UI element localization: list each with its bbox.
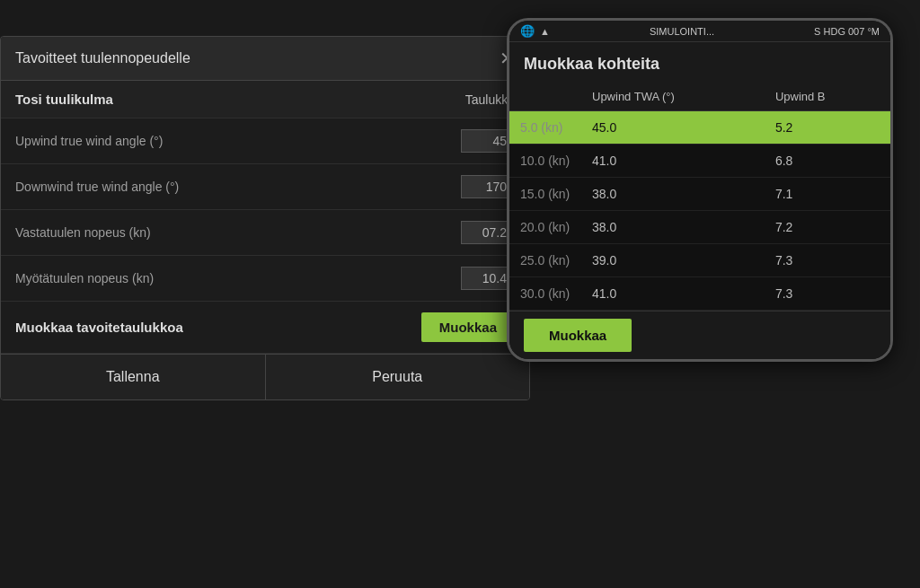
cell-b: 7.2 [765, 211, 890, 244]
cell-wind-speed: 15.0 (kn) [509, 178, 581, 211]
edit-table-button[interactable]: Muokkaa [421, 312, 515, 342]
table-row[interactable]: 25.0 (kn)39.07.3 [509, 244, 890, 277]
device-edit-button[interactable]: Muokkaa [524, 319, 632, 352]
device-panel-title: Muokkaa kohteita [509, 42, 890, 83]
table-row[interactable]: 20.0 (kn)38.07.2 [509, 211, 890, 244]
main-dialog-title: Tavoitteet tuulennopeudelle [15, 50, 190, 66]
myotatuulen-label: Myötätuulen nopeus (kn) [15, 271, 154, 285]
save-button[interactable]: Tallenna [1, 355, 266, 399]
cell-wind-speed: 5.0 (kn) [509, 111, 581, 145]
cell-twa: 45.0 [581, 111, 765, 145]
status-bar-left: 🌐 ▲ [520, 24, 550, 38]
main-dialog-header: Tavoitteet tuulennopeudelle ✕ [1, 37, 529, 81]
col-b-header: Upwind B [765, 83, 890, 111]
table-row[interactable]: 30.0 (kn)41.07.3 [509, 277, 890, 311]
cancel-button[interactable]: Peruuta [266, 355, 530, 399]
table-row[interactable]: 5.0 (kn)45.05.2 [509, 111, 890, 145]
edit-table-label: Muokkaa tavoitetaulukkoa [15, 320, 183, 335]
dialog-content: Tosi tuulikulma Taulukko Upwind true win… [1, 81, 529, 354]
downwind-twa-label: Downwind true wind angle (°) [15, 180, 179, 194]
cell-wind-speed: 25.0 (kn) [509, 244, 581, 277]
cell-twa: 38.0 [581, 178, 765, 211]
cell-wind-speed: 20.0 (kn) [509, 211, 581, 244]
tosi-tuulikulma-row: Tosi tuulikulma Taulukko [1, 81, 529, 118]
edit-table-row: Muokkaa tavoitetaulukkoa Muokkaa [1, 302, 529, 354]
cell-b: 7.1 [765, 178, 890, 211]
cell-twa: 41.0 [581, 145, 765, 178]
dialog-footer: Tallenna Peruuta [1, 354, 529, 399]
cell-wind-speed: 30.0 (kn) [509, 277, 581, 311]
device-footer: Muokkaa [509, 311, 890, 359]
col-windspeed-header [509, 83, 581, 111]
myotatuulen-row: Myötätuulen nopeus (kn) 10.4 [1, 256, 529, 302]
cell-twa: 39.0 [581, 244, 765, 277]
device-panel: 🌐 ▲ SIMULOINTI... S HDG 007 °M Muokkaa k… [507, 18, 893, 362]
cell-b: 5.2 [765, 111, 890, 145]
data-table: Upwind TWA (°) Upwind B 5.0 (kn)45.05.21… [509, 83, 890, 311]
cell-twa: 41.0 [581, 277, 765, 311]
device-content: Muokkaa kohteita Upwind TWA (°) Upwind B… [509, 42, 890, 311]
vastatuulen-row: Vastatuulen nopeus (kn) 07.2 [1, 210, 529, 256]
main-dialog: Tavoitteet tuulennopeudelle ✕ Tosi tuuli… [0, 36, 530, 400]
upwind-twa-row: Upwind true wind angle (°) 45 [1, 118, 529, 164]
tosi-tuulikulma-label: Tosi tuulikulma [15, 92, 113, 107]
cell-b: 6.8 [765, 145, 890, 178]
status-bar: 🌐 ▲ SIMULOINTI... S HDG 007 °M [509, 21, 890, 42]
table-body: 5.0 (kn)45.05.210.0 (kn)41.06.815.0 (kn)… [509, 111, 890, 311]
cell-wind-speed: 10.0 (kn) [509, 145, 581, 178]
downwind-twa-row: Downwind true wind angle (°) 170 [1, 164, 529, 210]
cell-b: 7.3 [765, 277, 890, 311]
table-row[interactable]: 15.0 (kn)38.07.1 [509, 178, 890, 211]
vastatuulen-label: Vastatuulen nopeus (kn) [15, 225, 151, 240]
table-header-row: Upwind TWA (°) Upwind B [509, 83, 890, 111]
col-twa-header: Upwind TWA (°) [581, 83, 765, 111]
status-bar-center: SIMULOINTI... [650, 26, 714, 37]
status-indicator: ▲ [540, 26, 550, 37]
cell-twa: 38.0 [581, 211, 765, 244]
cell-b: 7.3 [765, 244, 890, 277]
globe-icon: 🌐 [520, 24, 535, 38]
table-row[interactable]: 10.0 (kn)41.06.8 [509, 145, 890, 178]
upwind-twa-label: Upwind true wind angle (°) [15, 134, 163, 148]
status-bar-right: S HDG 007 °M [814, 26, 880, 37]
